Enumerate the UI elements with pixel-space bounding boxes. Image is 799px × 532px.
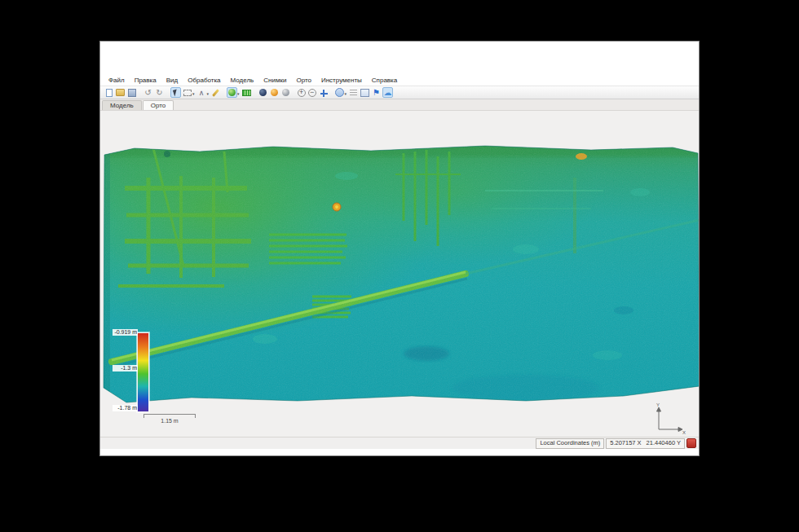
flag-icon[interactable]: ⚑ — [371, 87, 382, 98]
menu-model[interactable]: Модель — [226, 77, 259, 84]
dark-sphere-icon[interactable] — [258, 87, 268, 98]
coordinate-system-cell: Local Coordinates (m) — [536, 438, 604, 449]
legend-mid-label: -1.3 m — [113, 365, 138, 372]
dem-raster-graphic — [102, 143, 699, 406]
select-cursor-icon[interactable] — [170, 87, 181, 98]
dropdown-caret-icon[interactable]: ▾ — [207, 91, 210, 96]
redo-icon[interactable]: ↻ — [154, 87, 165, 98]
elevation-gradient-bar — [137, 332, 149, 412]
dropdown-caret-icon[interactable]: ▾ — [345, 91, 347, 96]
menu-workflow[interactable]: Обработка — [183, 77, 225, 84]
open-folder-icon[interactable] — [115, 87, 126, 98]
dropdown-caret-icon[interactable]: ▾ — [237, 91, 240, 96]
globe-icon[interactable] — [334, 87, 345, 98]
menu-view[interactable]: Вид — [161, 77, 183, 84]
legend-max-label: -0.919 m — [113, 329, 138, 336]
menu-tools[interactable]: Инструменты — [316, 77, 367, 84]
tab-ortho[interactable]: Орто — [143, 100, 174, 110]
menu-bar: Файл Правка Вид Обработка Модель Снимки … — [100, 75, 699, 86]
pan-icon[interactable] — [318, 87, 329, 98]
elevation-legend: -0.919 m -1.3 m -1.78 m — [113, 328, 152, 415]
cursor-x-value: 5.207157 X — [610, 439, 641, 448]
menu-photos[interactable]: Снимки — [258, 77, 291, 84]
main-toolbar: ↺ ↻ ▾ ∧ ▾ ▾ + − ▾ ⚑ ☁ — [100, 86, 699, 99]
alert-icon[interactable] — [686, 438, 696, 448]
reset-view-icon[interactable] — [348, 87, 359, 98]
view-tab-bar: Модель Орто — [100, 99, 699, 111]
menu-help[interactable]: Справка — [367, 77, 402, 84]
rect-selection-icon[interactable] — [182, 87, 192, 98]
new-project-icon[interactable] — [104, 87, 114, 98]
menu-ortho[interactable]: Орто — [291, 77, 316, 84]
scale-bar-label: 1.15 m — [143, 418, 196, 424]
zoom-in-icon[interactable]: + — [298, 89, 306, 97]
zoom-out-icon[interactable]: − — [308, 89, 316, 97]
polygon-selection-icon[interactable]: ∧ — [196, 87, 207, 98]
save-icon[interactable] — [126, 87, 137, 98]
navigation-sphere-icon[interactable] — [227, 87, 237, 98]
cursor-coordinates-cell: 5.207157 X 21.440460 Y — [606, 438, 685, 449]
draw-marker-icon[interactable] — [210, 87, 221, 98]
menu-edit[interactable]: Правка — [130, 77, 161, 84]
ruler-icon[interactable] — [241, 87, 252, 98]
scale-bar: 1.15 m — [143, 414, 196, 424]
cursor-y-value: 21.440460 Y — [647, 439, 681, 448]
photogrammetry-app-window: Файл Правка Вид Обработка Модель Снимки … — [99, 41, 700, 456]
cloud-icon[interactable]: ☁ — [382, 87, 393, 98]
menu-file[interactable]: Файл — [104, 77, 130, 84]
photos-pane-icon[interactable] — [360, 87, 370, 98]
orange-sphere-icon[interactable] — [269, 87, 280, 98]
axis-orientation-widget: Y X — [650, 402, 687, 435]
titlebar-space — [100, 42, 699, 75]
dem-raster-view[interactable] — [102, 143, 699, 406]
status-bar: Local Coordinates (m) 5.207157 X 21.4404… — [100, 437, 699, 449]
legend-min-label: -1.78 m — [113, 405, 138, 411]
undo-icon[interactable]: ↺ — [143, 87, 153, 98]
tab-model[interactable]: Модель — [102, 100, 142, 110]
axis-x-label: X — [682, 430, 686, 435]
grey-sphere-icon[interactable] — [280, 87, 291, 98]
ortho-viewport[interactable]: -0.919 m -1.3 m -1.78 m 1.15 m Y X — [100, 111, 699, 437]
axis-y-label: Y — [656, 402, 660, 407]
dropdown-caret-icon[interactable]: ▾ — [192, 91, 195, 96]
